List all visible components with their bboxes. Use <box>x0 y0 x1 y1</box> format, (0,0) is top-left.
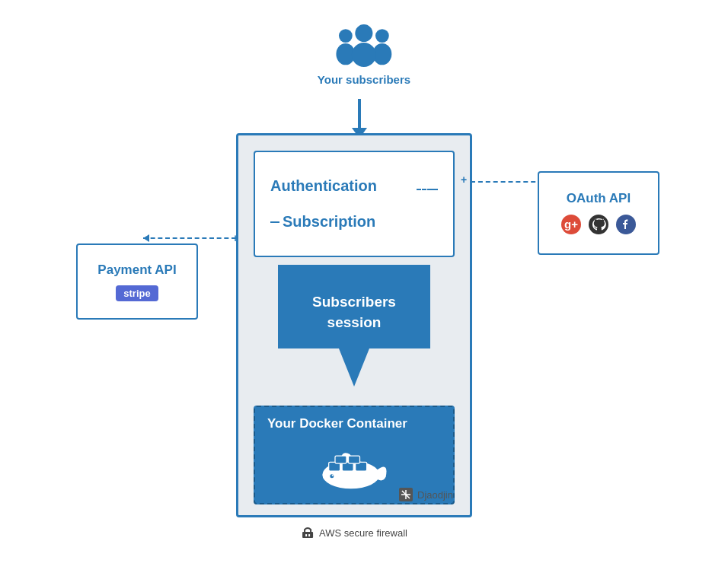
facebook-icon <box>615 214 637 235</box>
svg-rect-23 <box>308 534 310 536</box>
github-icon <box>588 214 609 235</box>
svg-text:g+: g+ <box>564 218 578 231</box>
svg-point-0 <box>339 29 353 43</box>
djaodjin-label: Djaodjin <box>399 488 453 501</box>
oauth-box: OAuth API g+ <box>538 171 659 255</box>
svg-point-16 <box>332 475 334 476</box>
oauth-icons: g+ <box>560 214 637 235</box>
session-arrow: Subscribers session <box>278 265 430 397</box>
auth-subscription-box: Authentication Subscription <box>254 151 455 257</box>
svg-point-4 <box>355 24 372 42</box>
svg-point-2 <box>375 29 389 43</box>
subscribers-group: Your subscribers <box>318 23 410 86</box>
plus-sign-auth: + <box>461 173 467 186</box>
payment-title: Payment API <box>97 263 176 278</box>
subscribers-label: Your subscribers <box>318 73 410 86</box>
svg-rect-13 <box>335 456 346 463</box>
subscribers-icon <box>334 23 394 68</box>
svg-point-5 <box>352 43 376 67</box>
main-box: Authentication Subscription Subscribers … <box>236 133 472 517</box>
payment-box: Payment API stripe <box>76 243 198 320</box>
subscription-label: Subscription <box>283 213 375 231</box>
svg-point-15 <box>330 474 334 478</box>
oauth-title: OAuth API <box>567 191 631 206</box>
dashed-line-to-payment <box>143 237 236 239</box>
svg-rect-14 <box>349 456 360 463</box>
svg-rect-21 <box>302 532 313 538</box>
svg-text:Subscribers: Subscribers <box>312 294 396 310</box>
aws-label: AWS secure firewall <box>301 526 407 539</box>
svg-rect-22 <box>305 534 307 536</box>
aws-icon <box>301 526 315 539</box>
session-arrow-svg: Subscribers session <box>278 265 430 394</box>
svg-text:session: session <box>327 314 382 330</box>
authentication-label: Authentication <box>270 177 377 195</box>
docker-label: Your Docker Container <box>267 416 407 431</box>
docker-whale-icon <box>267 441 441 494</box>
stripe-badge: stripe <box>116 285 158 301</box>
djaodjin-icon <box>399 488 413 501</box>
dashed-arrow-payment <box>143 234 149 242</box>
diagram-container: Your subscribers Authentication Subscrip… <box>0 0 728 576</box>
google-plus-icon: g+ <box>560 214 582 235</box>
plus-sign-sub: + <box>232 232 238 244</box>
